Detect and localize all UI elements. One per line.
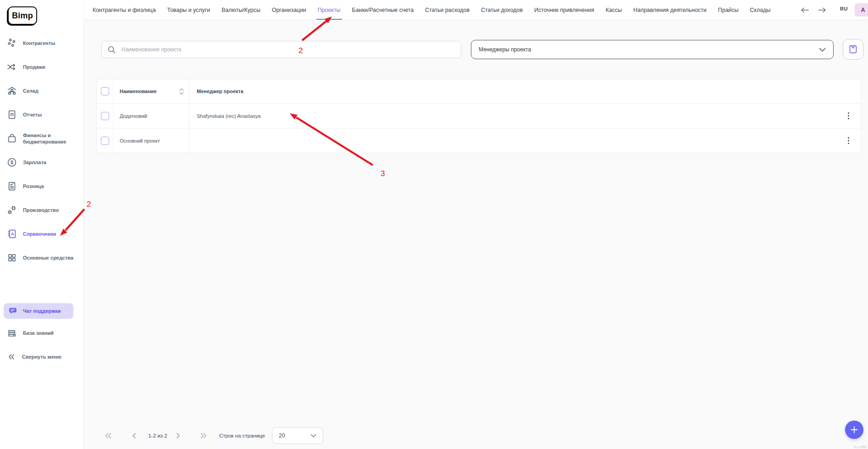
plus-icon: [850, 426, 858, 434]
kebab-icon: [845, 134, 852, 147]
version-label: 0.1.1051: [854, 445, 867, 449]
arrow-right-icon: [818, 7, 827, 13]
sidebar-item-fixed-assets[interactable]: Основные средства: [0, 246, 83, 270]
collapse-menu-item[interactable]: Свернуть меню: [6, 352, 61, 362]
chevron-down-icon: [819, 48, 826, 52]
sidebar-item-sales[interactable]: Продажи: [0, 55, 83, 79]
document-icon: [6, 109, 17, 120]
books-icon: [6, 327, 17, 338]
sidebar-item-production[interactable]: Производство: [0, 198, 83, 222]
envelope-icon: [848, 44, 858, 55]
row-checkbox[interactable]: [101, 112, 109, 120]
knowledge-base-item[interactable]: База знаний: [6, 327, 54, 338]
tab-organizations[interactable]: Организации: [272, 0, 306, 20]
row-checkbox[interactable]: [101, 137, 109, 145]
sidebar-item-label: Контрагенты: [23, 40, 55, 46]
sidebar: Bimp Контрагенты Продажи: [0, 0, 84, 449]
row-actions-button[interactable]: [836, 128, 861, 153]
tab-currencies[interactable]: Валюты/Курсы: [221, 0, 260, 20]
chevron-right-icon: [176, 432, 181, 439]
history-forward-button[interactable]: [816, 6, 828, 15]
sidebar-item-warehouse[interactable]: Склад: [0, 79, 83, 103]
gears-icon: [6, 205, 17, 216]
checklist-icon: [6, 181, 17, 192]
project-managers-dropdown-value: Менеджеры проекта: [479, 46, 531, 53]
svg-text:$: $: [11, 160, 13, 165]
kebab-icon: [845, 110, 852, 122]
warehouse-icon: [6, 85, 17, 96]
tab-price-lists[interactable]: Прайсы: [718, 0, 739, 20]
last-page-button[interactable]: [198, 430, 209, 441]
sort-icon: [179, 88, 184, 95]
rows-per-page-label: Строк на странице: [219, 423, 265, 449]
app-window: Bimp Контрагенты Продажи: [0, 0, 868, 449]
tab-expense-items[interactable]: Статьи расходов: [425, 0, 470, 20]
sidebar-item-label: Склад: [23, 88, 39, 94]
user-avatar[interactable]: A: [855, 3, 868, 17]
sidebar-item-label: Финансы и бюджетирование: [23, 132, 79, 145]
collapse-menu-label: Свернуть меню: [22, 354, 61, 360]
tab-bank-accounts[interactable]: Банки/Расчетные счета: [352, 0, 414, 20]
next-page-button[interactable]: [172, 430, 183, 441]
project-search-input[interactable]: [121, 46, 455, 53]
sidebar-item-reports[interactable]: Отчеты: [0, 103, 83, 127]
tab-income-items[interactable]: Статьи доходов: [481, 0, 523, 20]
chevron-down-icon: [310, 434, 316, 438]
table-row[interactable]: Основний проект: [97, 128, 861, 153]
first-page-button[interactable]: [103, 430, 114, 441]
project-search[interactable]: [101, 41, 461, 58]
table-header-row: Наименование Менеджер проекта: [97, 79, 861, 104]
tab-warehouses[interactable]: Склады: [750, 0, 771, 20]
rows-per-page-select[interactable]: 20: [272, 427, 323, 444]
project-managers-dropdown[interactable]: Менеджеры проекта: [471, 40, 834, 59]
sidebar-item-label: Розница: [23, 183, 44, 189]
tab-goods-services[interactable]: Товары и услуги: [167, 0, 210, 20]
sidebar-item-label: Продажи: [23, 64, 45, 70]
import-export-button[interactable]: [843, 39, 863, 60]
row-actions-button[interactable]: [836, 104, 861, 128]
sidebar-item-label: Производство: [23, 207, 59, 213]
select-all-checkbox[interactable]: [101, 87, 109, 95]
table-row[interactable]: Додатковий Shafynskaia (rec) Anastasya: [97, 104, 861, 128]
grid-icon: [6, 252, 17, 263]
search-icon: [107, 45, 116, 54]
top-tabs: Контрагенты и физлица Товары и услуги Ва…: [93, 0, 799, 20]
sidebar-item-label: Отчеты: [23, 111, 42, 118]
sort-toggle[interactable]: [179, 88, 184, 95]
shuffle-icon: [6, 61, 17, 72]
projects-table: Наименование Менеджер проекта Додаткови: [96, 79, 861, 153]
arrow-left-icon: [800, 7, 809, 13]
column-header-manager: Менеджер проекта: [197, 89, 243, 94]
tab-contractors[interactable]: Контрагенты и физлица: [93, 0, 156, 20]
sidebar-item-retail[interactable]: Розница: [0, 174, 83, 198]
sidebar-item-contractors[interactable]: Контрагенты: [0, 31, 83, 55]
sidebar-footer: Чат поддержки База знаний Свернуть меню: [0, 371, 83, 449]
add-project-button[interactable]: [845, 421, 863, 439]
pagination: 1-2 из 2 Строк на странице 20: [96, 423, 353, 449]
dollar-circle-icon: $: [6, 157, 17, 168]
top-nav-bar: Контрагенты и физлица Товары и услуги Ва…: [83, 0, 868, 20]
tab-business-lines[interactable]: Направления деятельности: [633, 0, 707, 20]
sidebar-item-finance[interactable]: Финансы и бюджетирование: [0, 127, 83, 150]
sidebar-item-label: Зарплата: [23, 159, 46, 166]
support-chat-label: Чат поддержки: [23, 308, 61, 314]
project-name: Основний проект: [120, 138, 160, 144]
tab-projects[interactable]: Проекты: [318, 0, 341, 20]
sidebar-item-label: Основные средства: [23, 255, 73, 261]
sidebar-item-salary[interactable]: $ Зарплата: [0, 150, 83, 174]
double-chevron-left-icon: [6, 352, 17, 362]
tab-acquisition-source[interactable]: Источник привлечения: [534, 0, 594, 20]
project-name: Додатковий: [120, 113, 147, 119]
bag-icon: [6, 133, 17, 144]
double-chevron-right-icon: [200, 432, 207, 439]
sidebar-item-references[interactable]: A Справочники: [0, 222, 83, 246]
bimp-logo: Bimp: [8, 6, 37, 25]
history-back-button[interactable]: [799, 6, 811, 15]
svg-text:A: A: [11, 231, 14, 236]
language-switcher[interactable]: RU: [840, 6, 848, 11]
chat-bubble-icon: [8, 306, 18, 316]
tab-cash-desks[interactable]: Кассы: [606, 0, 622, 20]
reference-book-icon: A: [6, 228, 17, 239]
support-chat-button[interactable]: Чат поддержки: [4, 303, 73, 319]
main-content: Менеджеры проекта Наименование: [83, 20, 868, 449]
